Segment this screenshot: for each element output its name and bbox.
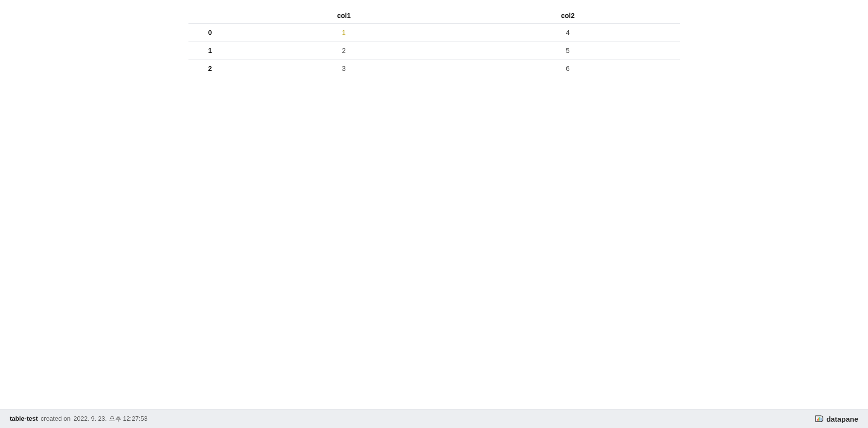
row-index: 0 (188, 24, 232, 42)
created-on-timestamp: 2022. 9. 23. 오후 12:27:53 (73, 414, 148, 423)
brand-name: datapane (826, 415, 858, 423)
cell-col1: 2 (232, 42, 456, 60)
table-header-row: col1 col2 (188, 8, 680, 24)
table-row: 0 1 4 (188, 24, 680, 42)
header-index (188, 8, 232, 24)
main-content: col1 col2 0 1 4 1 2 5 (0, 0, 868, 409)
brand-link[interactable]: datapane (815, 414, 858, 423)
data-table: col1 col2 0 1 4 1 2 5 (188, 8, 680, 77)
svg-rect-3 (821, 418, 822, 421)
footer-bar: table-test created on 2022. 9. 23. 오후 12… (0, 409, 868, 428)
cell-col2: 5 (456, 42, 680, 60)
footer-left: table-test created on 2022. 9. 23. 오후 12… (10, 414, 148, 423)
header-col1: col1 (232, 8, 456, 24)
cell-col1: 3 (232, 60, 456, 78)
row-index: 2 (188, 60, 232, 78)
cell-col2: 6 (456, 60, 680, 78)
table-row: 1 2 5 (188, 42, 680, 60)
created-on-label: created on (41, 415, 70, 422)
svg-rect-0 (817, 419, 818, 421)
table-row: 2 3 6 (188, 60, 680, 78)
table-container: col1 col2 0 1 4 1 2 5 (188, 8, 680, 77)
cell-col2: 4 (456, 24, 680, 42)
header-col2: col2 (456, 8, 680, 24)
row-index: 1 (188, 42, 232, 60)
report-title: table-test (10, 415, 38, 422)
cell-col1: 1 (232, 24, 456, 42)
svg-rect-1 (818, 418, 819, 421)
datapane-logo-icon (815, 414, 823, 423)
svg-rect-2 (819, 417, 820, 421)
